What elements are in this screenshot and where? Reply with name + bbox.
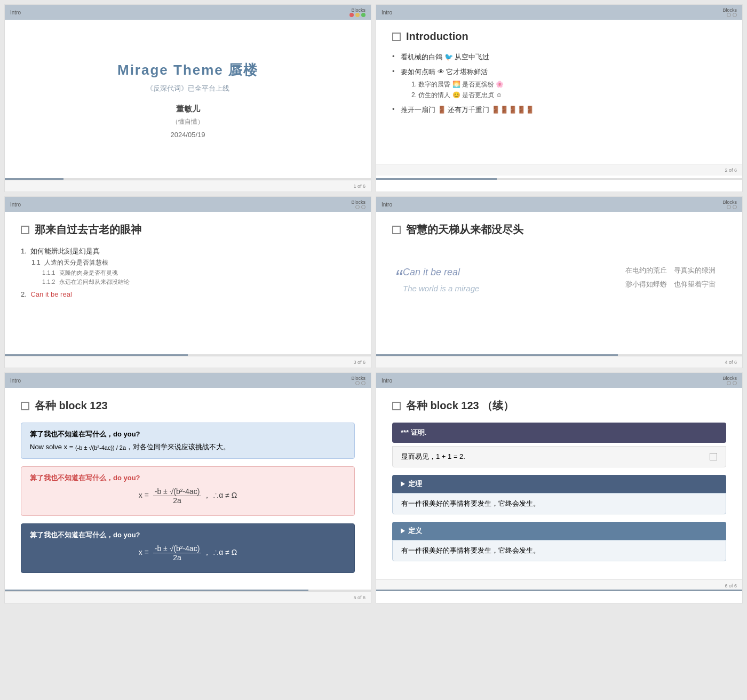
slide-3-header-label: Blocks <box>351 200 365 205</box>
block-3-title: 算了我也不知道在写什么，do you? <box>30 530 346 540</box>
sub-item-1-1: 1.1 人造的天分是否算慧根 1.1.1 克隆的肉身是否有灵魂 1.1.2 永远… <box>31 258 355 286</box>
dot-outline-6 <box>733 205 737 209</box>
theorem-content: 有一件很美好的事情将要发生，它终会发生。 <box>392 493 726 514</box>
list-item-1: 1. 如何能辨此刻是幻是真 1.1 人造的天分是否算慧根 1.1.1 克隆的肉身… <box>21 246 355 286</box>
dot-outline-9 <box>727 381 731 385</box>
slide-4-footer: 4 of 6 <box>376 356 742 368</box>
slide-5-page: 5 of 6 <box>353 595 365 600</box>
slide-2-title: Introduction <box>392 30 726 43</box>
slide-2-content: Introduction 看机械的白鸽 🐦 从空中飞过 要如何点睛 👁 它才堪称… <box>376 20 742 164</box>
dot-outline-3 <box>355 205 360 209</box>
quote-line-2: The world is a mirage <box>403 284 551 293</box>
list-item-1-text: 如何能辨此刻是幻是真 <box>30 247 100 255</box>
slide-1-author: 董敏儿 <box>176 104 200 114</box>
dot-outline-10 <box>733 381 737 385</box>
slide-6-progress-bg <box>376 590 742 591</box>
block-3-formula: x = -b ± √(b²-4ac)2a， ∴α ≠ Ω <box>30 544 346 562</box>
slide-1-note: （懂自懂） <box>172 117 204 126</box>
slide-5: Intro Blocks 各种 block 123 算了我也不知道在写什么，do… <box>4 372 371 603</box>
slide-3-list: 1. 如何能辨此刻是幻是真 1.1 人造的天分是否算慧根 1.1.1 克隆的肉身… <box>21 246 355 298</box>
slide-3-header: Intro Blocks <box>5 197 371 212</box>
quote-line-1: Can it be real <box>403 264 551 281</box>
slide-6-header: Intro Blocks <box>376 373 742 388</box>
slide-2-progress-bg <box>376 178 742 180</box>
slide-3-header-right: Blocks <box>351 200 365 209</box>
slide-2: Intro Blocks Introduction 看机械的白鸽 🐦 从空中飞过… <box>376 4 743 192</box>
dot-outline-5 <box>727 205 731 209</box>
slide-6-dots <box>727 381 737 385</box>
block-3: 算了我也不知道在写什么，do you? x = -b ± √(b²-4ac)2a… <box>21 523 355 573</box>
list-item-2: 2. Can it be real <box>21 290 355 298</box>
dot-outline-8 <box>361 381 365 385</box>
proof-section: *** 证明. 显而易见，1 + 1 = 2. <box>392 423 726 467</box>
slide-6-header-left: Intro <box>382 378 392 384</box>
bullet-2-sub-2: 2. 仿生的情人 😊 是否更忠贞 ☺ <box>411 91 726 100</box>
slide-5-header-label: Blocks <box>351 376 365 381</box>
slide-4-title: 智慧的天梯从来都没尽头 <box>392 222 726 237</box>
proof-qed-box <box>710 453 717 460</box>
slide-3-footer: 3 of 6 <box>5 356 371 368</box>
bullet-2-subs: 1. 数字的晨昏 🌅 是否更缤纷 🌸 2. 仿生的情人 😊 是否更忠贞 ☺ <box>401 80 726 100</box>
slide-1-header-right: Blocks <box>349 7 365 17</box>
proof-content: 显而易见，1 + 1 = 2. <box>392 446 726 467</box>
title-box-icon-3 <box>21 226 29 234</box>
slide-4-progress-bg <box>376 354 742 356</box>
slide-6-content: 各种 block 123 （续） *** 证明. 显而易见，1 + 1 = 2.… <box>376 388 742 579</box>
slide-6: Intro Blocks 各种 block 123 （续） *** 证明. 显而… <box>376 372 743 603</box>
title-box-icon-6 <box>392 402 401 410</box>
def-title: 定义 <box>392 522 726 540</box>
slide-3-content: 那来自过去古老的眼神 1. 如何能辨此刻是幻是真 1.1 人造的天分是否算慧根 … <box>5 212 371 356</box>
slide-2-dots <box>727 13 737 17</box>
slide-1-progress-bar <box>5 178 63 180</box>
slide-6-header-label: Blocks <box>722 376 737 381</box>
slide-2-footer: 2 of 6 <box>376 164 742 176</box>
slide-1-dots <box>349 13 365 17</box>
slide-3-progress-bg <box>5 354 371 356</box>
slide-5-footer: 5 of 6 <box>5 591 371 603</box>
sub-sub-item-2: 1.1.2 永远在追问却从来都没结论 <box>42 278 355 286</box>
slide-1: Intro Blocks Mirage Theme 蜃楼 《反深代词》已全平台上… <box>4 4 371 192</box>
slide-6-header-right: Blocks <box>722 376 737 385</box>
dot-red <box>349 13 354 17</box>
list-item-1-num: 1. <box>21 247 27 255</box>
theorem-section: 定理 有一件很美好的事情将要发生，它终会发生。 <box>392 475 726 514</box>
block-2: 算了我也不知道在写什么，do you? x = -b ± √(b²-4ac)2a… <box>21 466 355 516</box>
slide-2-header-label: Blocks <box>722 7 737 13</box>
title-box-icon-4 <box>392 226 401 234</box>
slide-4-header-right: Blocks <box>722 200 737 209</box>
slide-4: Intro Blocks 智慧的天梯从来都没尽头 Can it be real … <box>376 196 743 368</box>
dot-outline-1 <box>727 13 731 17</box>
slide-1-header: Intro Blocks <box>5 5 371 20</box>
bullet-1-text: 看机械的白鸽 🐦 从空中飞过 <box>401 53 489 61</box>
title-box-icon-5 <box>21 402 29 410</box>
quote-right-line-2: 渺小得如蜉蝣 也仰望着宇宙 <box>567 277 716 291</box>
block-1-text: Now solve x = (-b ± √(b²-4ac)) / 2a，对各位同… <box>30 442 346 452</box>
slide-2-bullets: 看机械的白鸽 🐦 从空中飞过 要如何点睛 👁 它才堪称鲜活 1. 数字的晨昏 🌅… <box>392 52 726 115</box>
definition-section: 定义 有一件很美好的事情将要发生，它终会发生。 <box>392 522 726 561</box>
slide-1-footer: 1 of 6 <box>5 180 371 192</box>
slide-5-header-left: Intro <box>10 378 21 384</box>
slide-5-header-right: Blocks <box>351 376 365 385</box>
block-2-title: 算了我也不知道在写什么，do you? <box>30 473 346 483</box>
bullet-3-text: 推开一扇门 🚪 还有万千重门 🚪🚪🚪🚪🚪 <box>401 106 534 114</box>
slide-3-page: 3 of 6 <box>353 360 365 365</box>
slide-4-progress-bar <box>376 354 618 356</box>
can-be-real-text: Can it be real <box>30 290 71 298</box>
slide-2-header-right: Blocks <box>722 7 737 17</box>
bullet-2-sub-1: 1. 数字的晨昏 🌅 是否更缤纷 🌸 <box>411 80 726 89</box>
slide-4-header-label: Blocks <box>722 200 737 205</box>
list-item-1-subs: 1.1 人造的天分是否算慧根 1.1.1 克隆的肉身是否有灵魂 1.1.2 永远… <box>21 258 355 286</box>
block-1-title: 算了我也不知道在写什么，do you? <box>30 429 346 439</box>
dot-yellow <box>355 13 360 17</box>
slide-5-header: Intro Blocks <box>5 373 371 388</box>
slide-4-content: 智慧的天梯从来都没尽头 Can it be real The world is … <box>376 212 742 356</box>
slide-1-content: Mirage Theme 蜃楼 《反深代词》已全平台上线 董敏儿 （懂自懂） 2… <box>5 20 371 180</box>
slide-5-title: 各种 block 123 <box>21 399 355 413</box>
block-1: 算了我也不知道在写什么，do you? Now solve x = (-b ± … <box>21 423 355 459</box>
slide-5-content: 各种 block 123 算了我也不知道在写什么，do you? Now sol… <box>5 388 371 591</box>
bullet-2-text: 要如何点睛 👁 它才堪称鲜活 <box>401 68 488 76</box>
slide-4-page: 4 of 6 <box>725 360 737 365</box>
slide-4-header: Intro Blocks <box>376 197 742 212</box>
bullet-2: 要如何点睛 👁 它才堪称鲜活 1. 数字的晨昏 🌅 是否更缤纷 🌸 2. 仿生的… <box>392 67 726 100</box>
slide-3-progress-bar <box>5 354 188 356</box>
